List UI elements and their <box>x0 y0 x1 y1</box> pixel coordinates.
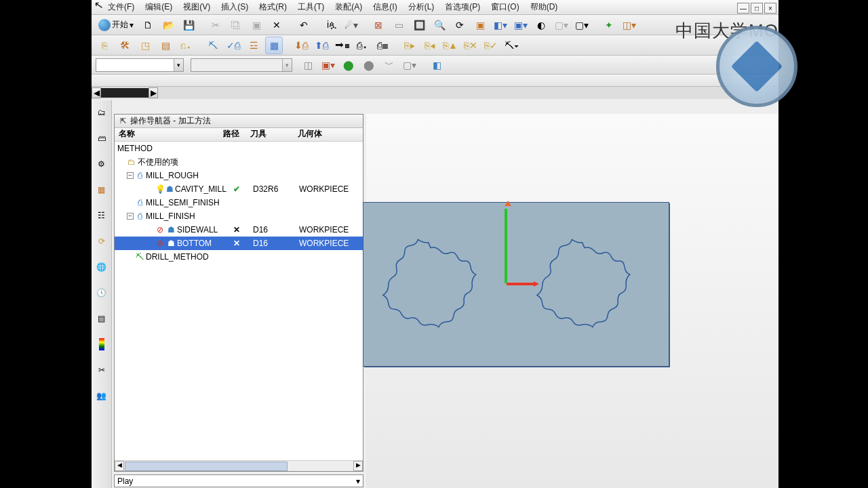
sel1-button[interactable]: ◫ <box>299 56 317 74</box>
tree-node-semi[interactable]: ⎙MILL_SEMI_FINISH <box>115 196 363 209</box>
clip5-button[interactable]: ⎘✓ <box>482 37 500 54</box>
reuse-button[interactable]: ☷ <box>94 207 110 224</box>
command-finder-button[interactable]: iጷ <box>322 16 340 34</box>
filter-combo[interactable]: ▾ <box>96 58 184 72</box>
save-button[interactable]: 💾 <box>180 16 197 34</box>
menu-view[interactable]: 视图(V) <box>179 0 214 14</box>
assembly-nav-button[interactable]: 🗂 <box>94 104 110 121</box>
open-button[interactable]: 📂 <box>159 16 177 34</box>
wcs-button[interactable]: ✦ <box>600 16 618 34</box>
tree-node-finish[interactable]: −⎙MILL_FINISH <box>115 209 363 223</box>
tree-node-rough[interactable]: −⎙MILL_ROUGH <box>115 169 363 182</box>
play-combo[interactable]: Play ▾ <box>114 474 363 487</box>
create-program-button[interactable]: ⎘ <box>96 37 113 54</box>
scroll-right-icon[interactable]: ▶ <box>353 461 363 471</box>
verify-button[interactable]: ✓⎙ <box>224 37 242 54</box>
help-toggle-button[interactable]: ☄▾ <box>342 16 360 34</box>
more-button[interactable]: ⛏▾ <box>502 37 520 54</box>
pan-button[interactable]: ▣ <box>471 16 489 34</box>
menu-file[interactable]: 文件(F) <box>104 0 138 14</box>
create-tool-button[interactable]: 🛠 <box>116 37 134 54</box>
start-button[interactable]: 开始 ▾ <box>96 18 136 33</box>
select-rect-button[interactable]: ⊠ <box>370 16 387 34</box>
tree-node-bottom[interactable]: ⊘☗BOTTOM ✕ D16 WORKPIECE <box>115 237 363 250</box>
cut-button[interactable]: ✂ <box>207 16 224 34</box>
gen-path-button[interactable]: ⛏ <box>204 37 222 54</box>
tab-scroll-left[interactable]: ◀ <box>92 87 101 98</box>
menu-analysis[interactable]: 分析(L) <box>404 0 439 14</box>
sel6-button[interactable]: ▢▾ <box>401 56 418 74</box>
history-button[interactable]: 🕓 <box>94 285 110 301</box>
mach-nav-button[interactable]: ▦ <box>94 182 110 198</box>
collapse-icon[interactable]: − <box>127 213 134 220</box>
ops1-button[interactable]: ⮕▦ <box>333 37 351 54</box>
sel3-button[interactable]: ⬤ <box>340 56 357 74</box>
sheet-button[interactable]: ▤ <box>94 310 110 327</box>
paste-button[interactable]: ▣ <box>248 16 265 34</box>
clip1-button[interactable]: ⎘▶ <box>401 37 418 54</box>
col-name[interactable]: 名称 <box>115 128 223 141</box>
ops2-button[interactable]: ⎙▾ <box>353 37 371 54</box>
sel2-button[interactable]: ▣▾ <box>319 56 337 74</box>
create-operation-button[interactable]: ⎌▾ <box>177 37 195 54</box>
new-button[interactable]: 🗋 <box>139 16 157 34</box>
sel7-button[interactable]: ◧ <box>428 56 446 74</box>
menu-tools[interactable]: 工具(T) <box>294 0 328 14</box>
part-nav-button[interactable]: 🗃 <box>94 130 110 146</box>
tree-node-unused[interactable]: 🗀不使用的项 <box>115 155 363 169</box>
create-geometry-button[interactable]: ◳ <box>136 37 154 54</box>
wireframe-button[interactable]: ▣▾ <box>512 16 530 34</box>
tree-node-drill[interactable]: ⛏DRILL_METHOD <box>115 250 363 264</box>
navigator-hscroll[interactable]: ◀ ▶ <box>115 460 363 471</box>
measure-button[interactable]: ✂ <box>94 362 110 378</box>
scroll-left-icon[interactable]: ◀ <box>115 461 124 471</box>
ie-button[interactable]: 🌐 <box>94 259 110 275</box>
minimize-button[interactable]: — <box>737 3 749 14</box>
simulate-button[interactable]: ▦ <box>265 37 283 54</box>
tree-node-cavity[interactable]: 💡☗CAVITY_MILL ✔ D32R6 WORKPIECE <box>115 182 363 196</box>
menu-insert[interactable]: 插入(S) <box>217 0 252 14</box>
zoom-button[interactable]: 🔍 <box>431 16 448 34</box>
box-button[interactable]: ▭ <box>390 16 408 34</box>
rotate-button[interactable]: ⟳ <box>451 16 469 34</box>
contrast-button[interactable]: ◐ <box>532 16 550 34</box>
clip4-button[interactable]: ⎘✕ <box>462 37 479 54</box>
ops3-button[interactable]: ⎙▦ <box>374 37 391 54</box>
menu-assembly[interactable]: 装配(A) <box>331 0 366 14</box>
roles-button[interactable]: 👥 <box>94 388 110 404</box>
menu-window[interactable]: 窗口(O) <box>487 0 523 14</box>
zoom-fit-button[interactable]: 🔲 <box>410 16 428 34</box>
active-tab[interactable] <box>101 88 149 98</box>
delete-button[interactable]: ✕ <box>268 16 285 34</box>
scope-combo[interactable]: ▾ <box>191 58 292 72</box>
shop-button[interactable]: ⬆⎙ <box>313 37 330 54</box>
menu-format[interactable]: 格式(R) <box>255 0 291 14</box>
menu-edit[interactable]: 编辑(E) <box>141 0 176 14</box>
tune-button[interactable]: ⟳ <box>94 233 110 249</box>
menu-prefs[interactable]: 首选项(P) <box>441 0 484 14</box>
maximize-button[interactable]: □ <box>751 3 763 14</box>
gray-square-button[interactable]: ▢▾ <box>553 16 570 34</box>
col-path[interactable]: 路径 <box>223 128 250 141</box>
tab-scroll-right[interactable]: ▶ <box>149 87 158 98</box>
copy-button[interactable]: ⿻ <box>227 16 245 34</box>
col-geom[interactable]: 几何体 <box>298 128 359 141</box>
colorbar-button[interactable] <box>94 336 110 352</box>
white-square-button[interactable]: ▢▾ <box>573 16 591 34</box>
undo-button[interactable]: ↶ <box>295 16 313 34</box>
clip3-button[interactable]: ⎘▲ <box>441 37 459 54</box>
close-button[interactable]: × <box>764 3 776 14</box>
box-tool-button[interactable]: ◫▾ <box>620 16 638 34</box>
tree-node-method[interactable]: METHOD <box>115 142 363 155</box>
create-method-button[interactable]: ▤ <box>157 37 174 54</box>
graphics-viewport[interactable] <box>366 114 778 488</box>
col-tool[interactable]: 刀具 <box>250 128 298 141</box>
scroll-thumb[interactable] <box>125 462 288 471</box>
sel4-button[interactable]: ⬤ <box>360 56 378 74</box>
collapse-icon[interactable]: − <box>127 172 134 179</box>
post-button[interactable]: ⬇⎙ <box>292 37 310 54</box>
op-nav-button[interactable]: ⚙ <box>94 156 110 172</box>
menu-info[interactable]: 信息(I) <box>369 0 401 14</box>
clip2-button[interactable]: ⎘◀ <box>421 37 439 54</box>
sel5-button[interactable]: ﹀ <box>380 56 398 74</box>
